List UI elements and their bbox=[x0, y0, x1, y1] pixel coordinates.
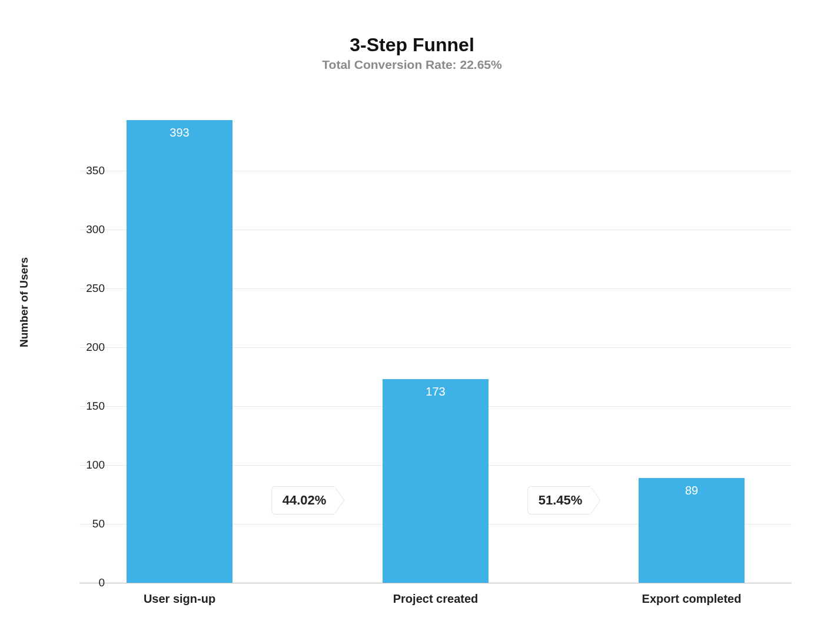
bar-value-label: 89 bbox=[639, 484, 745, 497]
funnel-chart: 3-Step Funnel Total Conversion Rate: 22.… bbox=[0, 0, 824, 644]
y-tick-label: 350 bbox=[69, 164, 105, 177]
chart-subtitle: Total Conversion Rate: 22.65% bbox=[0, 58, 824, 72]
bar-value-label: 173 bbox=[383, 385, 489, 399]
gridline bbox=[79, 583, 792, 583]
bar-value-label: 393 bbox=[127, 126, 232, 140]
y-tick-label: 50 bbox=[69, 517, 105, 530]
x-tick-label: Export completed bbox=[642, 592, 742, 606]
plot-area: 3931738944.02%51.45% bbox=[79, 112, 792, 583]
y-tick-label: 300 bbox=[69, 223, 105, 236]
conversion-badge-0: 44.02% bbox=[271, 486, 344, 514]
conversion-badge-label: 51.45% bbox=[527, 486, 591, 514]
y-tick-label: 250 bbox=[69, 282, 105, 295]
y-tick-label: 0 bbox=[69, 576, 105, 589]
y-tick-label: 150 bbox=[69, 400, 105, 413]
x-tick-label: User sign-up bbox=[144, 592, 215, 606]
conversion-badge-label: 44.02% bbox=[271, 486, 335, 514]
conversion-badge-1: 51.45% bbox=[527, 486, 600, 514]
y-axis-label: Number of Users bbox=[18, 257, 31, 347]
chart-title: 3-Step Funnel bbox=[0, 34, 824, 56]
y-tick-label: 200 bbox=[69, 341, 105, 354]
y-tick-label: 100 bbox=[69, 459, 105, 472]
arrow-right-icon bbox=[590, 487, 600, 514]
bar-1: 173 bbox=[383, 379, 489, 583]
arrow-right-icon bbox=[334, 487, 344, 514]
x-tick-label: Project created bbox=[393, 592, 479, 606]
bar-2: 89 bbox=[639, 478, 745, 583]
bar-0: 393 bbox=[127, 120, 232, 583]
